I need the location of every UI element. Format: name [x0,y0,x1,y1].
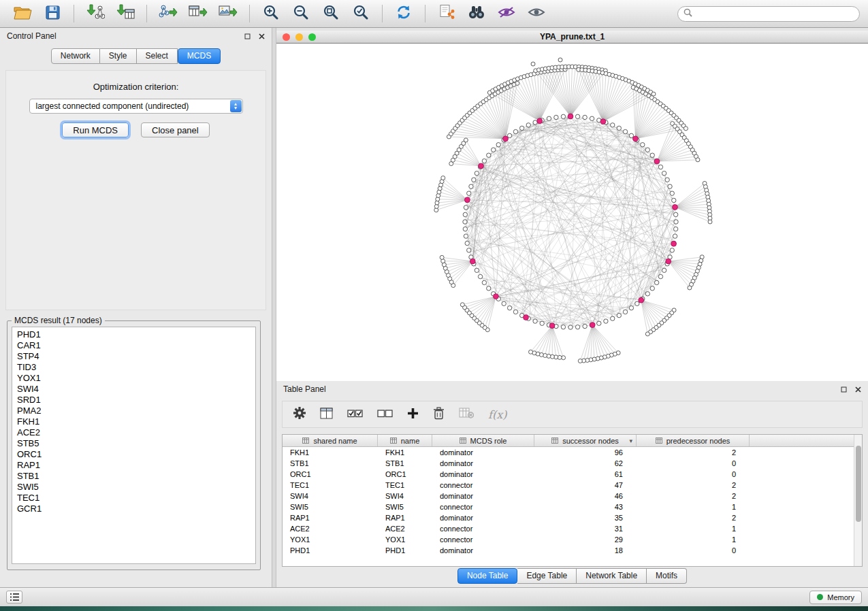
table-settings-button[interactable] [293,407,306,422]
zoom-out-button[interactable] [287,3,315,24]
result-item[interactable]: GCR1 [17,503,255,514]
tab-network-table[interactable]: Network Table [577,568,647,584]
result-item[interactable]: TID3 [17,362,255,373]
column-header-shared-name[interactable]: shared name [283,435,378,446]
tab-edge-table[interactable]: Edge Table [517,568,577,584]
result-item[interactable]: SRD1 [17,395,255,406]
toolbar-separator [146,5,147,22]
zoom-fit-button[interactable] [317,3,345,24]
close-panel-icon[interactable] [855,386,861,393]
result-item[interactable]: STP4 [17,351,255,362]
table-row[interactable]: STB1STB1dominator620 [283,458,854,469]
cell-mcds_role: dominator [432,545,534,556]
add-column-button[interactable] [407,408,419,422]
table-row[interactable]: SWI5SWI5connector431 [283,501,854,512]
network-view-window: YPA_prune.txt_1 [276,31,868,381]
result-item[interactable]: FKH1 [17,416,255,427]
tab-motifs[interactable]: Motifs [647,568,687,584]
table-row[interactable]: ACE2ACE2connector311 [283,523,854,534]
cell-shared_name: PHD1 [283,545,378,556]
toolbar-separator [425,5,425,22]
first-neighbors-button[interactable] [462,3,491,24]
open-file-button[interactable] [8,3,37,24]
result-item[interactable]: STB1 [17,471,255,482]
window-traffic-lights [283,33,316,41]
save-button[interactable] [38,3,67,24]
zoom-in-button[interactable] [257,3,285,24]
result-item[interactable]: ORC1 [17,449,255,460]
result-item[interactable]: TEC1 [17,493,255,503]
tab-node-table[interactable]: Node Table [457,568,518,584]
minimize-window-icon[interactable] [295,33,303,41]
result-item[interactable]: CAR1 [17,340,255,351]
close-panel-button[interactable]: Close panel [141,122,210,137]
result-item[interactable]: PHD1 [17,329,255,340]
cell-mcds_role: dominator [432,458,534,469]
table-row[interactable]: ORC1ORC1dominator610 [283,469,854,480]
tab-network[interactable]: Network [51,48,100,64]
run-mcds-button[interactable]: Run MCDS [62,122,129,137]
export-image-button[interactable] [214,3,242,24]
column-header-predecessor-nodes[interactable]: predecessor nodes [637,435,750,446]
cell-predecessor_nodes: 2 [637,480,750,491]
result-item[interactable]: ACE2 [17,427,255,438]
cell-successor_nodes: 35 [534,512,637,523]
result-item[interactable]: RAP1 [17,460,255,471]
table-scrollbar[interactable] [854,435,862,566]
table-row[interactable]: PHD1PHD1dominator180 [283,545,854,556]
table-row[interactable]: FKH1FKH1dominator962 [283,447,854,458]
import-network-button[interactable] [81,3,110,24]
tab-select[interactable]: Select [137,48,178,64]
column-grid-icon [656,437,662,445]
memory-button[interactable]: Memory [809,591,862,604]
network-graph[interactable] [276,44,868,381]
export-table-button[interactable] [184,3,212,24]
control-panel-tab-bar: Network Style Select MCDS [0,48,272,64]
main-toolbar [0,0,868,28]
delete-column-button[interactable] [433,407,445,423]
close-window-icon[interactable] [283,33,290,41]
table-row[interactable]: SWI4SWI4dominator462 [283,491,854,501]
apply-layout-button[interactable] [389,3,418,24]
cell-shared_name: YOX1 [283,534,378,545]
column-header-MCDS-role[interactable]: MCDS role [432,435,534,446]
close-panel-icon[interactable] [259,33,265,39]
show-columns-button[interactable] [320,408,333,422]
cell-name: SWI5 [378,501,432,512]
mcds-result-list[interactable]: PHD1CAR1STP4TID3YOX1SWI4SRD1PMA2FKH1ACE2… [12,327,256,564]
tab-style[interactable]: Style [100,48,137,64]
float-panel-icon[interactable] [841,386,847,393]
result-item[interactable]: SWI5 [17,482,255,493]
import-table-button[interactable] [111,3,140,24]
result-item[interactable]: PMA2 [17,406,255,416]
float-panel-icon[interactable] [244,33,251,39]
plus-icon [407,408,419,422]
result-item[interactable]: SWI4 [17,384,255,395]
result-item[interactable]: YOX1 [17,373,255,384]
tab-mcds[interactable]: MCDS [178,48,221,64]
zoom-selected-button[interactable] [347,3,375,24]
show-all-button[interactable] [522,3,551,24]
task-history-button[interactable] [6,591,22,604]
global-search-field[interactable] [677,6,860,22]
network-merge-button[interactable] [432,3,461,24]
network-window-titlebar[interactable]: YPA_prune.txt_1 [276,31,868,44]
column-grid-icon [551,437,558,445]
column-header-successor-nodes[interactable]: successor nodes▾ [534,435,637,446]
maximize-window-icon[interactable] [308,33,316,41]
cell-predecessor_nodes: 1 [637,501,750,512]
table-row[interactable]: YOX1YOX1connector291 [283,534,854,545]
deselect-all-rows-button[interactable] [377,408,393,421]
optimization-criterion-select[interactable]: largest connected component (undirected)… [29,99,243,114]
select-all-rows-button[interactable] [347,408,363,421]
table-row[interactable]: TEC1TEC1connector472 [283,480,854,491]
hide-selected-button[interactable] [492,3,521,24]
sort-chevron-icon[interactable]: ▾ [629,437,632,444]
network-canvas[interactable] [276,44,868,381]
export-network-button[interactable] [154,3,182,24]
result-item[interactable]: STB5 [17,438,255,449]
scrollbar-thumb[interactable] [856,446,861,522]
search-input[interactable] [696,7,859,21]
column-header-name[interactable]: name [378,435,432,446]
table-row[interactable]: RAP1RAP1dominator352 [283,512,854,523]
